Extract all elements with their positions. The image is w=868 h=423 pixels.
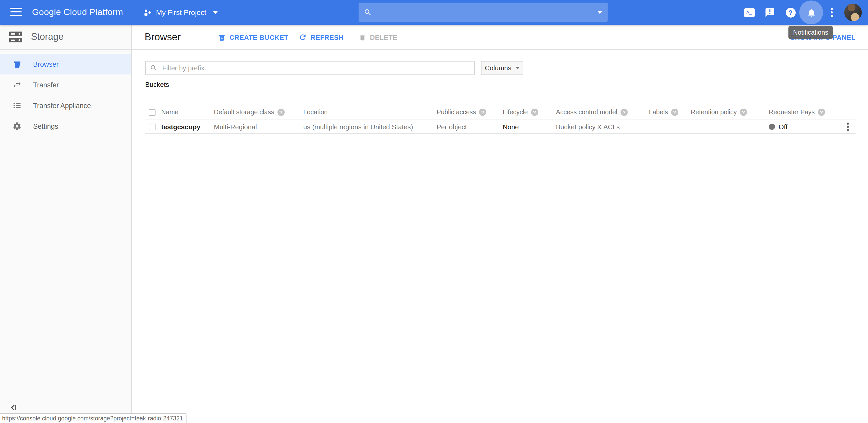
create-bucket-icon bbox=[218, 33, 226, 41]
vertical-dots-icon bbox=[831, 8, 833, 17]
col-header-name[interactable]: Name bbox=[161, 109, 179, 116]
col-header-access-control[interactable]: Access control model bbox=[556, 109, 617, 116]
col-header-storage-class[interactable]: Default storage class bbox=[214, 109, 274, 116]
bucket-name-link[interactable]: testgcscopy bbox=[161, 119, 200, 134]
topbar-actions: >_ ? bbox=[739, 0, 868, 25]
buckets-table: Name Default storage class ? Location Pu… bbox=[145, 105, 856, 134]
filter-search-icon bbox=[150, 64, 158, 72]
project-hexagons-icon bbox=[144, 8, 152, 17]
chevron-down-icon bbox=[213, 11, 218, 14]
bucket-public-access: Per object bbox=[437, 119, 467, 134]
help-icon[interactable]: ? bbox=[479, 109, 487, 116]
menu-icon[interactable] bbox=[10, 8, 22, 17]
sidebar-item-transfer[interactable]: Transfer bbox=[0, 75, 131, 95]
global-search-input[interactable] bbox=[359, 3, 608, 22]
status-url: https://console.cloud.google.com/storage… bbox=[2, 415, 183, 421]
search-dropdown-caret-icon[interactable] bbox=[597, 10, 602, 14]
page-title: Browser bbox=[145, 32, 181, 43]
bucket-access-control: Bucket policy & ACLs bbox=[556, 119, 620, 134]
terminal-prompt-icon: >_ bbox=[744, 8, 754, 17]
notifications-button[interactable] bbox=[801, 0, 822, 25]
select-all-checkbox[interactable] bbox=[149, 109, 156, 116]
help-icon[interactable]: ? bbox=[277, 109, 284, 116]
columns-caret-icon bbox=[516, 67, 520, 69]
storage-product-icon bbox=[9, 31, 23, 43]
main-content: Browser CREATE BUCKET REFRESH DELETE SHO… bbox=[132, 25, 868, 423]
row-checkbox[interactable] bbox=[149, 123, 156, 130]
collapse-chevron-icon bbox=[10, 404, 18, 412]
refresh-icon bbox=[299, 33, 307, 41]
sidebar-item-label: Transfer Appliance bbox=[33, 102, 91, 109]
table-header-row: Name Default storage class ? Location Pu… bbox=[145, 105, 856, 119]
help-icon[interactable]: ? bbox=[671, 109, 678, 116]
sidebar-item-transfer-appliance[interactable]: Transfer Appliance bbox=[0, 95, 131, 116]
col-header-retention-policy[interactable]: Retention policy bbox=[691, 109, 737, 116]
bucket-requester-pays: Off bbox=[769, 119, 787, 134]
col-header-labels[interactable]: Labels bbox=[649, 109, 668, 116]
columns-button[interactable]: Columns bbox=[481, 61, 523, 75]
row-overflow-menu-button[interactable] bbox=[845, 121, 851, 133]
bucket-lifecycle: None bbox=[503, 119, 519, 134]
bell-icon bbox=[806, 7, 816, 17]
requester-pays-off-icon bbox=[769, 123, 775, 130]
sidebar-item-label: Browser bbox=[33, 60, 59, 68]
help-icon[interactable]: ? bbox=[818, 109, 825, 116]
refresh-button[interactable]: REFRESH bbox=[299, 25, 344, 50]
help-icon[interactable]: ? bbox=[740, 109, 747, 116]
col-header-location[interactable]: Location bbox=[303, 109, 328, 116]
sidebar-item-browser[interactable]: Browser bbox=[0, 54, 131, 75]
help-button[interactable]: ? bbox=[780, 0, 801, 25]
bucket-storage-class: Multi-Regional bbox=[214, 119, 257, 134]
col-header-requester-pays[interactable]: Requester Pays bbox=[769, 109, 815, 116]
bucket-icon bbox=[12, 59, 22, 69]
filter-field[interactable] bbox=[145, 61, 475, 75]
cloud-shell-button[interactable]: >_ bbox=[739, 0, 760, 25]
columns-label: Columns bbox=[485, 64, 512, 72]
swap-arrows-icon bbox=[12, 80, 22, 89]
collapse-sidebar-button[interactable] bbox=[10, 404, 18, 412]
account-avatar[interactable] bbox=[844, 4, 862, 21]
project-name: My First Project bbox=[156, 8, 206, 17]
question-circle-icon: ? bbox=[785, 7, 796, 17]
page-header: Browser CREATE BUCKET REFRESH DELETE SHO… bbox=[132, 25, 868, 50]
top-app-bar: Google Cloud Platform My First Project >… bbox=[0, 0, 868, 25]
sidebar-header: Storage bbox=[0, 25, 131, 50]
sidebar-title: Storage bbox=[31, 32, 64, 43]
appliance-list-icon bbox=[12, 101, 22, 110]
gear-icon bbox=[12, 121, 22, 131]
project-switcher[interactable]: My First Project bbox=[144, 0, 218, 25]
browser-status-bar: https://console.cloud.google.com/storage… bbox=[0, 413, 187, 423]
buckets-section-label: Buckets bbox=[145, 81, 169, 88]
sidebar-nav: Browser Transfer Transfer Appliance bbox=[0, 50, 131, 137]
sidebar-item-label: Transfer bbox=[33, 81, 59, 89]
sidebar-item-settings[interactable]: Settings bbox=[0, 116, 131, 137]
feedback-button[interactable] bbox=[760, 0, 780, 25]
more-options-button[interactable] bbox=[822, 0, 842, 25]
trash-icon bbox=[359, 33, 366, 41]
table-row: testgcscopy Multi-Regional us (multiple … bbox=[145, 119, 856, 134]
sidebar-item-label: Settings bbox=[33, 122, 58, 130]
filter-input[interactable] bbox=[161, 64, 470, 73]
col-header-lifecycle[interactable]: Lifecycle bbox=[503, 109, 528, 116]
notifications-tooltip: Notifications bbox=[788, 26, 833, 39]
help-icon[interactable]: ? bbox=[531, 109, 538, 116]
bucket-location: us (multiple regions in United States) bbox=[303, 119, 413, 134]
delete-label: DELETE bbox=[370, 33, 397, 41]
col-header-public-access[interactable]: Public access bbox=[437, 109, 476, 116]
speech-bubble-exclamation-icon bbox=[765, 7, 775, 18]
product-logo[interactable]: Google Cloud Platform bbox=[32, 0, 123, 25]
help-icon[interactable]: ? bbox=[621, 109, 628, 116]
create-bucket-button[interactable]: CREATE BUCKET bbox=[218, 25, 288, 50]
refresh-label: REFRESH bbox=[311, 33, 344, 41]
search-icon bbox=[364, 8, 372, 16]
delete-button[interactable]: DELETE bbox=[359, 25, 397, 50]
sidebar: Storage Browser Transfer bbox=[0, 25, 132, 423]
create-bucket-label: CREATE BUCKET bbox=[229, 33, 288, 41]
